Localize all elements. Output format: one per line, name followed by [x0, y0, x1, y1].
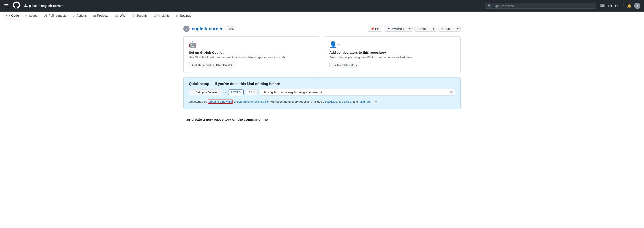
- unwatch-button[interactable]: 👁 Unwatch 1: [384, 26, 407, 32]
- desktop-icon: ⬇: [192, 91, 194, 94]
- pin-button-group: 📌 Pin: [368, 26, 382, 32]
- pin-button[interactable]: 📌 Pin: [368, 26, 382, 32]
- tab-pull-requests[interactable]: ⎇ Pull requests: [41, 12, 69, 20]
- copilot-icon: 🤖: [189, 41, 315, 48]
- main-content: Y english-corner Public 📌 Pin 👁 Unwatch …: [180, 20, 464, 127]
- copilot-cta-button[interactable]: Get started with GitHub Copilot: [189, 62, 235, 68]
- star-button-group: ☆ Star 0 ▾: [438, 26, 461, 32]
- tab-actions[interactable]: ▷ Actions: [70, 12, 89, 20]
- copy-icon: ⧉: [450, 90, 453, 94]
- create-new-icon[interactable]: + ▾: [607, 4, 612, 8]
- star-icon: ☆: [441, 27, 444, 31]
- fork-button[interactable]: ⑂ Fork 0: [414, 26, 431, 32]
- actions-nav-icon: ▷: [73, 14, 75, 17]
- projects-nav-icon: ▦: [93, 14, 96, 17]
- readme-link[interactable]: README: [325, 100, 338, 103]
- code-icon: <>: [6, 14, 10, 17]
- repo-url-bar: ⧉: [260, 89, 455, 95]
- issues-nav-icon: ○: [25, 14, 27, 17]
- breadcrumb: ylw-github / english-corner: [24, 4, 63, 8]
- repo-owner-avatar: Y: [183, 26, 190, 32]
- repo-nav: <> Code ○ Issues ⎇ Pull requests ▷ Actio…: [0, 12, 644, 20]
- tab-projects[interactable]: ▦ Projects: [90, 12, 111, 20]
- upload-file-link[interactable]: uploading an existing file: [237, 100, 269, 103]
- pull-requests-icon[interactable]: ⎇: [620, 4, 624, 8]
- collaborators-card-desc: Search for people using their GitHub use…: [329, 56, 455, 59]
- pin-icon: 📌: [371, 27, 374, 31]
- navbar: ylw-github / english-corner 🔍 Type / to …: [0, 0, 644, 12]
- notifications-icon[interactable]: 🔔: [627, 4, 632, 8]
- tab-insights[interactable]: 📈 Insights: [151, 12, 172, 20]
- issues-icon[interactable]: ⊙: [615, 4, 618, 8]
- search-icon: 🔍: [488, 4, 491, 8]
- repo-name[interactable]: english-corner: [192, 26, 223, 31]
- search-bar[interactable]: 🔍 Type / to search: [485, 3, 596, 9]
- eye-icon: 👁: [387, 27, 390, 31]
- fork-icon: ⑂: [417, 27, 419, 31]
- command-line-title: …or create a new repository on the comma…: [183, 114, 461, 122]
- star-button[interactable]: ☆ Star 0: [438, 26, 455, 32]
- fork-button-group: ⑂ Fork 0 ▾: [414, 26, 436, 32]
- setup-bar: ⬇ Set up in Desktop or HTTPS SSH ⧉: [189, 89, 455, 95]
- or-separator: or: [224, 91, 226, 94]
- unwatch-dropdown[interactable]: ▾: [407, 26, 413, 32]
- onboarding-cards: 🤖 Set up GitHub Copilot Use GitHub's AI …: [183, 36, 461, 73]
- tab-code[interactable]: <> Code: [4, 12, 22, 20]
- hamburger-menu[interactable]: [4, 3, 9, 8]
- tab-issues[interactable]: ○ Issues: [22, 12, 40, 20]
- collaborators-icon: 👤+: [329, 41, 455, 48]
- collaborators-card-title: Add collaborators to this repository: [329, 51, 455, 54]
- copy-url-button[interactable]: ⧉: [448, 89, 455, 95]
- repo-url-input[interactable]: [260, 89, 448, 95]
- unwatch-count: 1: [403, 27, 404, 31]
- repo-header: Y english-corner Public 📌 Pin 👁 Unwatch …: [183, 26, 461, 32]
- github-logo[interactable]: [13, 2, 20, 10]
- invite-collaborators-button[interactable]: Invite collaborators: [329, 62, 360, 68]
- navbar-actions: ⌨ + ▾ ⊙ ⎇ 🔔 Y: [600, 3, 640, 9]
- https-button[interactable]: HTTPS: [228, 89, 244, 95]
- create-new-file-link[interactable]: creating a new file: [208, 99, 233, 104]
- copilot-card-desc: Use GitHub's AI pair programmer to autoc…: [189, 56, 315, 59]
- copilot-card: 🤖 Set up GitHub Copilot Use GitHub's AI …: [183, 36, 320, 73]
- tab-security[interactable]: 🛡 Security: [129, 12, 150, 20]
- repo-actions: 📌 Pin 👁 Unwatch 1 ▾ ⑂ Fork 0: [368, 26, 461, 32]
- setup-links: Get started by creating a new file or up…: [189, 98, 455, 105]
- fork-count: 0: [427, 27, 428, 31]
- arrow-annotation: ←: [374, 98, 378, 105]
- settings-nav-icon: ⚙: [176, 14, 179, 17]
- collaborators-card: 👤+ Add collaborators to this repository …: [324, 36, 461, 73]
- insights-nav-icon: 📈: [154, 14, 158, 17]
- terminal-icon[interactable]: ⌨: [600, 4, 605, 8]
- tab-wiki[interactable]: 📖 Wiki: [112, 12, 128, 20]
- security-nav-icon: 🛡: [132, 14, 135, 17]
- license-link[interactable]: LICENSE: [339, 100, 352, 103]
- quick-setup-title: Quick setup — if you've done this kind o…: [189, 82, 455, 86]
- visibility-badge: Public: [225, 27, 236, 31]
- unwatch-button-group: 👁 Unwatch 1 ▾: [384, 26, 413, 32]
- user-avatar[interactable]: Y: [634, 3, 640, 9]
- fork-dropdown[interactable]: ▾: [431, 26, 436, 32]
- quick-setup-section: Quick setup — if you've done this kind o…: [183, 77, 461, 109]
- copilot-card-title: Set up GitHub Copilot: [189, 51, 315, 54]
- setup-desktop-button[interactable]: ⬇ Set up in Desktop: [189, 89, 221, 95]
- pr-nav-icon: ⎇: [44, 14, 47, 17]
- star-count: 0: [451, 27, 452, 31]
- tab-settings[interactable]: ⚙ Settings: [173, 12, 194, 20]
- gitignore-link[interactable]: .gitignore: [359, 100, 370, 103]
- repo-link[interactable]: english-corner: [41, 4, 63, 8]
- star-dropdown[interactable]: ▾: [455, 26, 461, 32]
- search-placeholder: Type / to search: [493, 4, 514, 8]
- command-line-section: …or create a new repository on the comma…: [183, 114, 461, 122]
- wiki-nav-icon: 📖: [115, 14, 118, 17]
- ssh-button[interactable]: SSH: [246, 89, 258, 95]
- org-link[interactable]: ylw-github: [24, 4, 38, 8]
- breadcrumb-separator: /: [39, 4, 40, 8]
